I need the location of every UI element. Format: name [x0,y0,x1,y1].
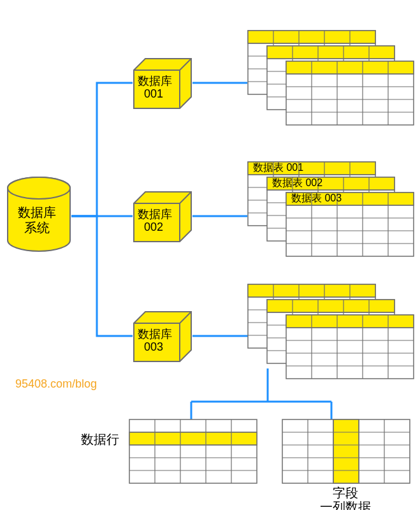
cube-003-label-line1: 数据库 [138,326,172,342]
db-system-label-line1: 数据库 [18,204,56,221]
table-stack-003 [248,284,414,379]
table-label-002: 数据表 002 [272,177,322,190]
row-label: 数据行 [81,431,119,448]
svg-point-8 [8,177,70,199]
svg-rect-31 [129,419,257,483]
field-table [282,419,410,483]
diagram-canvas: 数据库 系统 数据库 001 数据库 002 数据库 003 数据表 001 数… [0,0,420,510]
svg-rect-32 [129,432,257,445]
database-diagram [0,0,420,510]
cube-003-label-line2: 003 [144,340,163,354]
watermark-text: 95408.com/blog [15,377,97,391]
cube-001-label-line2: 001 [144,87,163,101]
svg-rect-42 [333,419,359,483]
table-label-003: 数据表 003 [291,192,342,205]
db-system-label-line2: 系统 [24,219,50,237]
field-label-line2: 一列数据 [320,499,371,510]
table-label-001: 数据表 001 [253,161,303,175]
cube-001-label-line1: 数据库 [138,73,172,89]
cube-002-label-line2: 002 [144,221,163,234]
cube-002-label-line1: 数据库 [138,207,172,222]
row-table [129,419,257,483]
table-stack-001 [248,31,414,125]
